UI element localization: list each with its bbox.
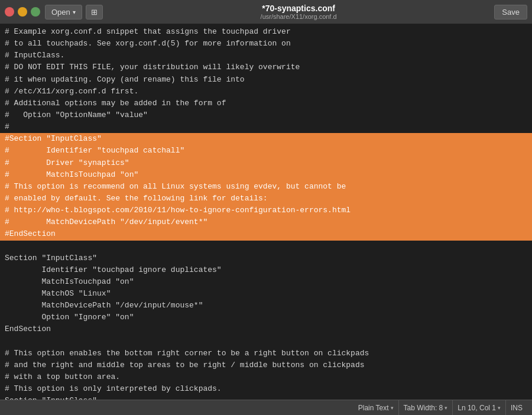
editor-line: # http://who-t.blogspot.com/2010/11/how-… (0, 205, 532, 216)
editor-line: # This option enables the bottom right c… (0, 348, 532, 359)
ln-col-indicator[interactable]: Ln 10, Col 1 ▾ (453, 400, 506, 415)
editor-line: # MatchIsTouchpad "on" (0, 169, 532, 181)
tab-width-selector[interactable]: Tab Width: 8 ▾ (399, 400, 453, 415)
editor-line: # it when updating. Copy (and rename) th… (0, 74, 532, 86)
titlebar: Open ▾ ⊞ *70-synaptics.conf /usr/share/X… (0, 0, 532, 24)
file-path: /usr/share/X11/xorg.conf.d (103, 13, 495, 20)
close-button[interactable] (5, 7, 14, 17)
editor-line: #Section "InputClass" (0, 133, 532, 145)
editor-line: # Example xorg.conf.d snippet that assig… (0, 26, 532, 38)
window-controls (5, 7, 40, 17)
editor-line: # enabled by default. See the following … (0, 193, 532, 205)
plain-text-label: Plain Text (358, 404, 389, 412)
editor[interactable]: # Example xorg.conf.d snippet that assig… (0, 24, 532, 400)
editor-line: MatchOS "Linux" (0, 288, 532, 300)
minimize-button[interactable] (18, 7, 27, 17)
editor-line: # DO NOT EDIT THIS FILE, your distributi… (0, 61, 532, 73)
editor-line: # with a top button area. (0, 371, 532, 383)
pin-button[interactable]: ⊞ (86, 5, 103, 20)
statusbar: Plain Text ▾ Tab Width: 8 ▾ Ln 10, Col 1… (0, 400, 532, 415)
editor-line: Option "Ignore" "on" (0, 312, 532, 323)
tab-width-chevron-icon: ▾ (445, 405, 447, 411)
editor-line (0, 241, 532, 252)
editor-line: # Additional options may be added in the… (0, 98, 532, 109)
pin-icon: ⊞ (91, 8, 98, 17)
editor-line: MatchIsTouchpad "on" (0, 276, 532, 288)
editor-line: # and the right and middle top areas to … (0, 359, 532, 371)
editor-line: # Identifier "touchpad catchall" (0, 145, 532, 157)
plain-text-selector[interactable]: Plain Text ▾ (353, 400, 399, 415)
open-button[interactable]: Open ▾ (45, 5, 82, 20)
open-label: Open (51, 8, 70, 17)
chevron-down-icon: ▾ (73, 9, 76, 15)
editor-line: Section "InputClass" (0, 252, 532, 264)
editor-line: #EndSection (0, 228, 532, 240)
editor-line: # Option "OptionName" "value" (0, 109, 532, 121)
ln-col-chevron-icon: ▾ (498, 405, 501, 411)
editor-line: Identifier "touchpad ignore duplicates" (0, 264, 532, 276)
plain-text-chevron-icon: ▾ (391, 405, 394, 411)
editor-line: Section "InputClass" (0, 395, 532, 400)
editor-line: # MatchDevicePath "/dev/input/event*" (0, 216, 532, 228)
editor-line: # Driver "synaptics" (0, 157, 532, 169)
editor-line: # InputClass. (0, 50, 532, 61)
ln-col-label: Ln 10, Col 1 (458, 404, 496, 412)
editor-line (0, 336, 532, 348)
editor-line: EndSection (0, 323, 532, 335)
title-center: *70-synaptics.conf /usr/share/X11/xorg.c… (103, 4, 495, 20)
ins-indicator: INS (506, 404, 527, 412)
tab-width-label: Tab Width: 8 (404, 404, 443, 412)
file-title: *70-synaptics.conf (103, 4, 495, 13)
maximize-button[interactable] (31, 7, 40, 17)
editor-line: # (0, 121, 532, 133)
editor-line: # This option is only interpreted by cli… (0, 383, 532, 395)
save-button[interactable]: Save (494, 5, 527, 20)
editor-line: MatchDevicePath "/dev/input/mouse*" (0, 300, 532, 312)
editor-line: # /etc/X11/xorg.conf.d first. (0, 86, 532, 98)
editor-line: # This option is recommend on all Linux … (0, 181, 532, 193)
editor-line: # to all touchpads. See xorg.conf.d(5) f… (0, 38, 532, 50)
